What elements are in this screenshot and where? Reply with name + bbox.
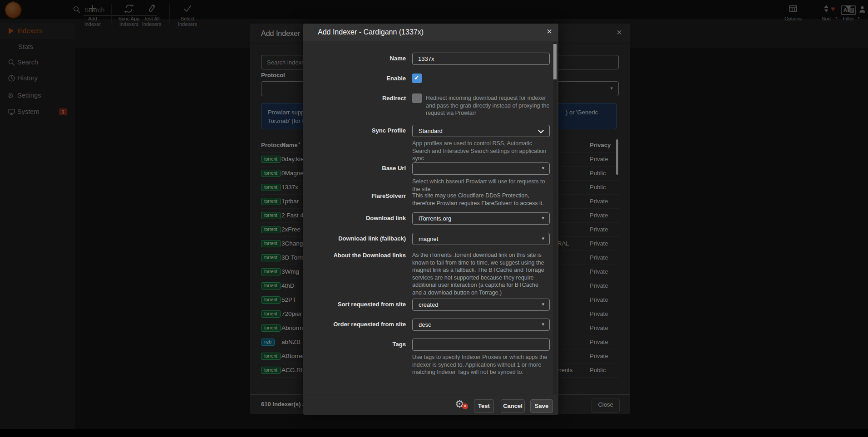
caret-down-icon: ▾ <box>542 215 544 221</box>
tags-input[interactable] <box>412 339 550 351</box>
modal-title: Add Indexer - Cardigann (1337x) <box>318 24 424 41</box>
name-label: Name <box>315 55 406 62</box>
flaresolverr-text: This site may use Cloudflare DDoS Protec… <box>412 192 548 207</box>
flaresolverr-label: FlareSolverr <box>315 192 406 200</box>
download-link-fallback-select[interactable]: magnet ▾ <box>412 233 550 245</box>
modal-header: Add Indexer - Cardigann (1337x) × <box>303 24 558 41</box>
enable-checkbox[interactable] <box>412 74 422 83</box>
name-input[interactable] <box>412 53 550 65</box>
sync-profile-help-text: App profiles are used to control RSS, Au… <box>412 140 550 162</box>
enable-label: Enable <box>315 75 406 82</box>
modal-footer: ⚙ × Test Cancel Save <box>303 394 558 415</box>
caret-down-icon: ▾ <box>542 301 544 307</box>
tags-label: Tags <box>315 341 406 348</box>
prowlarr-app: ♥ AZ Indexers Stats Search History <box>0 0 868 437</box>
sort-requested-label: Sort requested from site <box>315 301 406 308</box>
sync-profile-select[interactable]: Standard <box>412 125 550 137</box>
base-url-select[interactable]: ▾ <box>412 162 550 175</box>
caret-down-icon: ▾ <box>542 236 544 241</box>
order-requested-label: Order requested from site <box>315 321 406 328</box>
modal-scrollbar-thumb[interactable] <box>553 44 557 79</box>
caret-down-icon: ▾ <box>542 321 544 327</box>
redirect-label: Redirect <box>315 95 406 102</box>
caret-down-icon: ▾ <box>542 165 544 171</box>
cancel-button[interactable]: Cancel <box>501 399 525 413</box>
advanced-settings-toggle[interactable]: ⚙ × <box>455 397 469 411</box>
test-button[interactable]: Test <box>474 399 494 413</box>
order-requested-select[interactable]: desc ▾ <box>412 319 550 331</box>
download-link-fallback-label: Download link (fallback) <box>315 235 406 242</box>
about-download-links-text: As the iTorrents .torrent download link … <box>412 251 548 296</box>
download-link-label: Download link <box>315 215 406 222</box>
advanced-hidden-badge: × <box>462 403 468 409</box>
redirect-help-text: Redirect incoming download request for i… <box>426 94 550 117</box>
add-indexer-settings-modal: Add Indexer - Cardigann (1337x) × Name E… <box>303 24 558 415</box>
tags-help-text: Use tags to specify Indexer Proxies or w… <box>412 354 550 376</box>
close-icon[interactable]: × <box>547 26 552 37</box>
download-link-select[interactable]: iTorrents.org ▾ <box>412 212 550 225</box>
sync-profile-label: Sync Profile <box>315 127 406 134</box>
about-download-links-label: About the Download links <box>315 252 406 259</box>
chevron-down-icon <box>538 128 544 133</box>
sort-requested-select[interactable]: created ▾ <box>412 299 550 311</box>
save-button[interactable]: Save <box>530 399 553 413</box>
redirect-checkbox[interactable] <box>412 93 422 103</box>
modal-scrollbar-track[interactable] <box>553 42 557 394</box>
base-url-label: Base Url <box>315 165 406 172</box>
base-url-help-text: Select which baseurl Prowlarr will use f… <box>412 178 550 193</box>
